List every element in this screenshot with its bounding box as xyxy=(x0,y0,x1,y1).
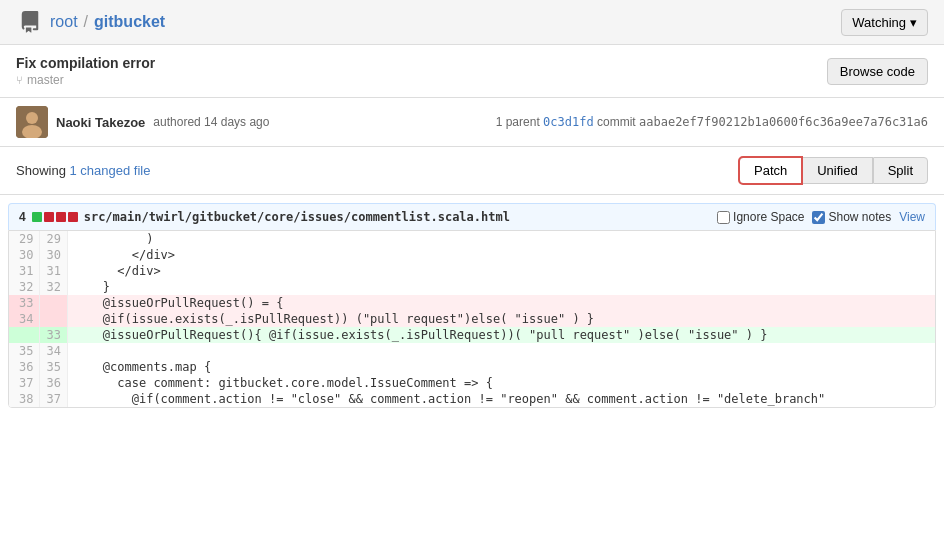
line-num-old: 37 xyxy=(9,375,40,391)
commit-branch: ⑂ master xyxy=(16,73,155,87)
commit-info-bar: Fix compilation error ⑂ master Browse co… xyxy=(0,45,944,98)
table-row: 3736 case comment: gitbucket.core.model.… xyxy=(9,375,935,391)
file-header: 4 src/main/twirl/gitbucket/core/issues/c… xyxy=(8,203,936,230)
parent-hash-link[interactable]: 0c3d1fd xyxy=(543,115,594,129)
table-row: 3635 @comments.map { xyxy=(9,359,935,375)
repo-name-link[interactable]: gitbucket xyxy=(94,13,165,31)
unified-button[interactable]: Unified xyxy=(802,157,872,184)
diff-controls: Showing 1 changed file Patch Unified Spl… xyxy=(0,147,944,195)
line-code: @comments.map { xyxy=(67,359,935,375)
line-num-old: 30 xyxy=(9,247,40,263)
line-num-new: 36 xyxy=(40,375,67,391)
showing-text: Showing 1 changed file xyxy=(16,163,150,178)
table-row: 3232 } xyxy=(9,279,935,295)
stat-sq-2 xyxy=(44,212,54,222)
repo-root-link[interactable]: root xyxy=(50,13,78,31)
table-row: 33 @issueOrPullRequest() = { xyxy=(9,295,935,311)
line-code xyxy=(67,343,935,359)
repo-path: root / gitbucket xyxy=(16,8,165,36)
author-bar: Naoki Takezoe authored 14 days ago 1 par… xyxy=(0,98,944,147)
ignore-space-text: Ignore Space xyxy=(733,210,804,224)
line-num-old: 31 xyxy=(9,263,40,279)
file-header-left: 4 src/main/twirl/gitbucket/core/issues/c… xyxy=(19,210,510,224)
commit-info-left: Fix compilation error ⑂ master xyxy=(16,55,155,87)
watching-button[interactable]: Watching ▾ xyxy=(841,9,928,36)
line-num-new: 35 xyxy=(40,359,67,375)
parent-label: 1 parent xyxy=(496,115,540,129)
stat-count: 4 xyxy=(19,210,26,224)
table-row: 3030 </div> xyxy=(9,247,935,263)
commit-label: commit xyxy=(597,115,636,129)
show-notes-label[interactable]: Show notes xyxy=(812,210,891,224)
line-code: ) xyxy=(67,231,935,247)
line-num-old: 35 xyxy=(9,343,40,359)
line-num-old: 29 xyxy=(9,231,40,247)
line-num-new: 32 xyxy=(40,279,67,295)
line-num-old: 33 xyxy=(9,295,40,311)
line-code: @issueOrPullRequest(){ @if(issue.exists(… xyxy=(67,327,935,343)
changed-files-link[interactable]: 1 changed file xyxy=(69,163,150,178)
view-buttons: Patch Unified Split xyxy=(739,157,928,184)
line-num-new: 29 xyxy=(40,231,67,247)
diff-table: 2929 )3030 </div>3131 </div>3232 }33 @is… xyxy=(9,231,935,407)
table-row: 2929 ) xyxy=(9,231,935,247)
table-row: 3534 xyxy=(9,343,935,359)
line-code: </div> xyxy=(67,263,935,279)
line-code: @if(comment.action != "close" && comment… xyxy=(67,391,935,407)
show-notes-checkbox[interactable] xyxy=(812,211,825,224)
svg-point-1 xyxy=(26,112,38,124)
line-num-old: 38 xyxy=(9,391,40,407)
show-notes-text: Show notes xyxy=(828,210,891,224)
stat-sq-1 xyxy=(32,212,42,222)
line-code: case comment: gitbucket.core.model.Issue… xyxy=(67,375,935,391)
line-num-new: 34 xyxy=(40,343,67,359)
split-button[interactable]: Split xyxy=(873,157,928,184)
line-code: @issueOrPullRequest() = { xyxy=(67,295,935,311)
line-num-old xyxy=(9,327,40,343)
diff-stat xyxy=(32,212,78,222)
line-num-old: 34 xyxy=(9,311,40,327)
commit-hash-info: 1 parent 0c3d1fd commit aabae2ef7f90212b… xyxy=(496,115,928,129)
line-code: </div> xyxy=(67,247,935,263)
diff-table-wrap: 2929 )3030 </div>3131 </div>3232 }33 @is… xyxy=(8,230,936,408)
table-row: 3131 </div> xyxy=(9,263,935,279)
file-name: src/main/twirl/gitbucket/core/issues/com… xyxy=(84,210,510,224)
line-num-new: 33 xyxy=(40,327,67,343)
line-num-new xyxy=(40,311,67,327)
repo-sep: / xyxy=(84,13,88,31)
top-bar: root / gitbucket Watching ▾ xyxy=(0,0,944,45)
author-meta: authored 14 days ago xyxy=(153,115,269,129)
avatar xyxy=(16,106,48,138)
ignore-space-label[interactable]: Ignore Space xyxy=(717,210,804,224)
commit-title: Fix compilation error xyxy=(16,55,155,71)
view-link[interactable]: View xyxy=(899,210,925,224)
stat-sq-3 xyxy=(56,212,66,222)
author-name: Naoki Takezoe xyxy=(56,115,145,130)
file-header-right: Ignore Space Show notes View xyxy=(717,210,925,224)
line-num-new: 30 xyxy=(40,247,67,263)
patch-button[interactable]: Patch xyxy=(739,157,802,184)
ignore-space-checkbox[interactable] xyxy=(717,211,730,224)
line-num-new: 37 xyxy=(40,391,67,407)
browse-code-button[interactable]: Browse code xyxy=(827,58,928,85)
table-row: 33 @issueOrPullRequest(){ @if(issue.exis… xyxy=(9,327,935,343)
dropdown-icon: ▾ xyxy=(910,15,917,30)
line-num-old: 32 xyxy=(9,279,40,295)
commit-hash: aabae2ef7f90212b1a0600f6c36a9ee7a76c31a6 xyxy=(639,115,928,129)
stat-sq-4 xyxy=(68,212,78,222)
table-row: 34 @if(issue.exists(_.isPullRequest)) ("… xyxy=(9,311,935,327)
showing-prefix: Showing xyxy=(16,163,69,178)
watching-label: Watching xyxy=(852,15,906,30)
table-row: 3837 @if(comment.action != "close" && co… xyxy=(9,391,935,407)
line-num-old: 36 xyxy=(9,359,40,375)
line-num-new xyxy=(40,295,67,311)
line-num-new: 31 xyxy=(40,263,67,279)
branch-icon: ⑂ xyxy=(16,74,23,86)
line-code: @if(issue.exists(_.isPullRequest)) ("pul… xyxy=(67,311,935,327)
repo-icon xyxy=(16,8,44,36)
line-code: } xyxy=(67,279,935,295)
branch-name: master xyxy=(27,73,64,87)
